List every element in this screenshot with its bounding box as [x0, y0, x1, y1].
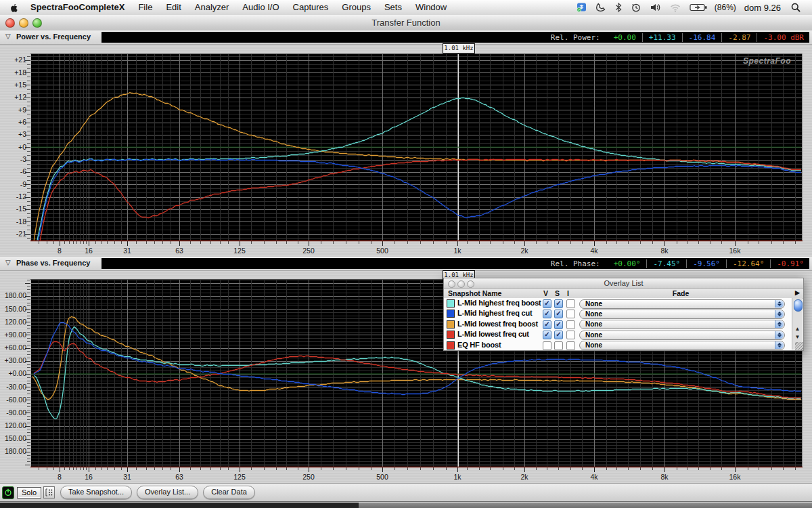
svg-text:8k: 8k — [660, 473, 669, 481]
menu-item-groups[interactable]: Groups — [335, 0, 378, 15]
fade-stepper-icon[interactable] — [775, 331, 784, 339]
wifi-icon[interactable] — [665, 2, 685, 13]
svg-text:31: 31 — [123, 473, 131, 481]
i-checkbox[interactable] — [566, 299, 575, 308]
svg-text:-6: -6 — [20, 167, 26, 175]
svg-text:-9: -9 — [20, 180, 26, 188]
fade-stepper-icon[interactable] — [775, 341, 784, 349]
snapshot-name: EQ HF boost — [457, 341, 501, 349]
matrix-dots-icon — [45, 488, 53, 496]
menu-item-audio-i-o[interactable]: Audio I/O — [235, 0, 286, 15]
fade-dropdown[interactable]: None — [579, 320, 785, 329]
menu-item-file[interactable]: File — [131, 0, 159, 15]
overlay-row[interactable]: EQ HF boostNone — [444, 340, 792, 350]
overlay-row[interactable]: L-Mid lowest freq boost✓✓None — [444, 319, 792, 329]
routing-matrix-button[interactable] — [43, 486, 55, 499]
fade-stepper-icon[interactable] — [775, 320, 784, 328]
svg-text:1k: 1k — [453, 473, 461, 481]
fade-dropdown[interactable]: None — [579, 331, 785, 340]
menu-clock[interactable]: dom 9.26 — [739, 3, 786, 13]
fade-stepper-icon[interactable] — [775, 310, 784, 318]
snapshot-name: L-Mid highest freq boost — [457, 299, 541, 307]
clear-databutton[interactable]: Clear Data — [203, 486, 255, 499]
svg-text:63: 63 — [175, 473, 183, 481]
overlay-row[interactable]: L-Mid highest freq cut✓✓None — [444, 308, 792, 318]
fade-value: None — [585, 300, 602, 308]
menu-item-captures[interactable]: Captures — [286, 0, 336, 15]
phase-section-header: ▽ Phase vs. Frequency Rel. Phase: +0.00°… — [0, 257, 812, 271]
readout-value: -2.87 — [721, 33, 750, 42]
visible-checkbox[interactable]: ✓ — [543, 299, 551, 308]
overlay-list-window[interactable]: Overlay List Snapshot Name V S I Fade ▶ … — [443, 278, 804, 351]
svg-text:-21: -21 — [16, 230, 26, 238]
fade-dropdown[interactable]: None — [579, 310, 785, 319]
visible-checkbox[interactable]: ✓ — [543, 320, 551, 329]
overlay-row[interactable]: L-Mid highest freq boost✓✓None — [444, 298, 792, 308]
svg-text:500: 500 — [376, 247, 388, 255]
menu-status-area: (86%) dom 9.26 — [572, 0, 812, 15]
bluetooth-icon[interactable] — [610, 2, 627, 13]
phone-icon[interactable] — [591, 2, 610, 13]
svg-text:16: 16 — [85, 247, 93, 255]
power-readout-label: Rel. Power: — [551, 33, 600, 42]
solo-checkbox[interactable]: ✓ — [554, 331, 563, 339]
i-checkbox[interactable] — [566, 341, 575, 350]
power-cursor-frequency-label[interactable]: 1.01 kHz — [443, 43, 475, 54]
battery-icon[interactable] — [685, 2, 712, 13]
visible-checkbox[interactable]: ✓ — [543, 310, 551, 318]
analyzer-power-toggle[interactable] — [2, 486, 14, 499]
desktop-strip — [0, 503, 812, 508]
fade-stepper-icon[interactable] — [775, 300, 784, 308]
fade-dropdown[interactable]: None — [579, 341, 785, 350]
overlay-list-column-headers: Snapshot Name V S I Fade ▶ — [444, 289, 803, 299]
palette-resize-grip[interactable] — [795, 342, 803, 350]
scroll-up-icon[interactable]: ▲ — [792, 326, 803, 332]
overlay-row[interactable]: L-Mid lowest freq cut✓✓None — [444, 329, 792, 339]
spotlight-icon[interactable] — [786, 2, 805, 13]
svg-text:63: 63 — [175, 247, 183, 255]
menu-item-sets[interactable]: Sets — [378, 0, 409, 15]
overlay-list-title-bar[interactable]: Overlay List — [444, 278, 803, 289]
scroll-right-icon[interactable]: ▶ — [795, 289, 800, 296]
time-machine-icon[interactable] — [627, 2, 646, 13]
solo-checkbox[interactable] — [554, 341, 563, 350]
phase-readout-values: +0.00°-7.45°-9.56°-12.64°-0.91° — [602, 259, 804, 268]
apple-menu[interactable] — [0, 3, 24, 13]
svg-text:+0.00: +0.00 — [8, 369, 26, 377]
solo-checkbox[interactable]: ✓ — [554, 299, 563, 308]
phase-readout-label: Rel. Phase: — [551, 259, 600, 268]
disclosure-triangle-icon[interactable]: ▽ — [5, 259, 11, 266]
svg-text:120.00: 120.00 — [5, 318, 26, 326]
i-checkbox[interactable] — [566, 320, 575, 329]
power-vs-frequency-chart[interactable]: +21+18+15+12+9+6+3+0-3-6-9-12-15-18-2181… — [0, 54, 812, 257]
i-checkbox[interactable] — [566, 331, 575, 339]
solo-checkbox[interactable]: ✓ — [554, 320, 563, 329]
battery-percentage: (86%) — [712, 3, 739, 12]
visible-checkbox[interactable] — [543, 341, 551, 350]
menu-item-analyzer[interactable]: Analyzer — [188, 0, 236, 15]
column-solo: S — [555, 289, 560, 297]
disclosure-triangle-icon[interactable]: ▽ — [5, 33, 11, 40]
menu-bar: SpectraFooCompleteXFileEditAnalyzerAudio… — [0, 0, 812, 16]
svg-text:8k: 8k — [660, 247, 669, 255]
menu-item-spectrafoocompletex[interactable]: SpectraFooCompleteX — [24, 0, 131, 15]
scroll-down-icon[interactable]: ▼ — [792, 334, 803, 340]
solo-button[interactable]: Solo — [17, 487, 41, 499]
scrollbar-thumb[interactable] — [794, 299, 803, 312]
overlay-list-button[interactable]: Overlay List... — [137, 486, 198, 499]
spectrafoo-watermark: SpectraFoo — [743, 56, 791, 66]
fade-dropdown[interactable]: None — [579, 299, 785, 309]
menu-item-window[interactable]: Window — [409, 0, 453, 15]
column-fade: Fade — [579, 289, 782, 297]
snapshot-color-swatch — [447, 331, 455, 339]
volume-icon[interactable] — [646, 2, 665, 13]
svg-text:+12: +12 — [14, 93, 26, 101]
i-checkbox[interactable] — [566, 310, 575, 318]
take-snapshot-button[interactable]: Take Snapshot... — [60, 486, 132, 499]
solo-checkbox[interactable]: ✓ — [554, 310, 563, 318]
dropbox-icon[interactable] — [572, 2, 591, 13]
snapshot-color-swatch — [447, 310, 455, 318]
window-title-bar[interactable]: Transfer Function — [0, 15, 812, 31]
visible-checkbox[interactable]: ✓ — [543, 331, 551, 339]
menu-item-edit[interactable]: Edit — [159, 0, 187, 15]
